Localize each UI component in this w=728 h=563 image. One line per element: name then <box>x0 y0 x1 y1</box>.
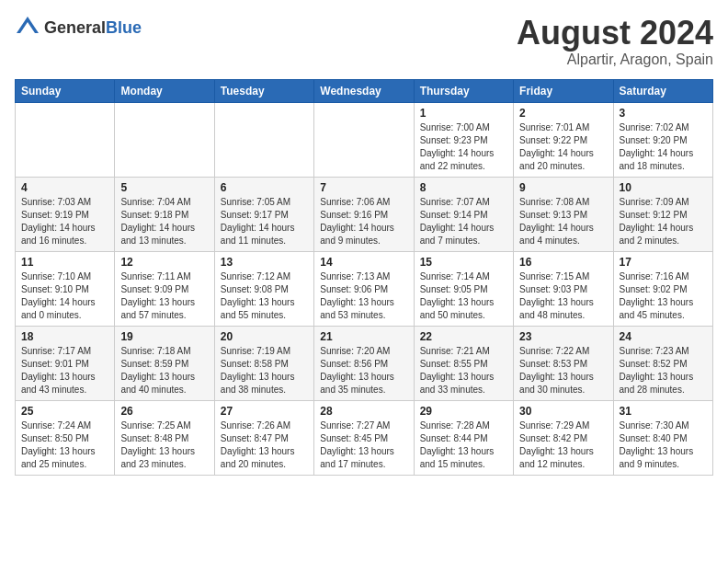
day-number: 19 <box>120 330 208 343</box>
calendar-week-1: 1Sunrise: 7:00 AM Sunset: 9:23 PM Daylig… <box>16 102 713 177</box>
weekday-header-friday: Friday <box>514 79 613 102</box>
day-info: Sunrise: 7:25 AM Sunset: 8:48 PM Dayligh… <box>120 419 208 471</box>
calendar-cell: 21Sunrise: 7:20 AM Sunset: 8:56 PM Dayli… <box>314 326 414 400</box>
calendar-cell: 16Sunrise: 7:15 AM Sunset: 9:03 PM Dayli… <box>514 251 613 326</box>
day-info: Sunrise: 7:01 AM Sunset: 9:22 PM Dayligh… <box>519 121 607 173</box>
calendar-cell: 13Sunrise: 7:12 AM Sunset: 9:08 PM Dayli… <box>214 251 313 326</box>
calendar-week-3: 11Sunrise: 7:10 AM Sunset: 9:10 PM Dayli… <box>16 251 713 326</box>
calendar-cell <box>16 102 115 177</box>
page-header: GeneralBlue August 2024 Alpartir, Aragon… <box>15 15 713 68</box>
calendar-cell: 25Sunrise: 7:24 AM Sunset: 8:50 PM Dayli… <box>16 400 115 475</box>
day-info: Sunrise: 7:06 AM Sunset: 9:16 PM Dayligh… <box>320 196 407 247</box>
calendar-cell: 31Sunrise: 7:30 AM Sunset: 8:40 PM Dayli… <box>613 400 712 475</box>
weekday-header-thursday: Thursday <box>414 79 513 102</box>
calendar-cell: 23Sunrise: 7:22 AM Sunset: 8:53 PM Dayli… <box>514 326 613 400</box>
day-info: Sunrise: 7:28 AM Sunset: 8:44 PM Dayligh… <box>420 419 507 471</box>
calendar-week-4: 18Sunrise: 7:17 AM Sunset: 9:01 PM Dayli… <box>16 326 713 400</box>
calendar-week-2: 4Sunrise: 7:03 AM Sunset: 9:19 PM Daylig… <box>16 177 713 251</box>
main-title: August 2024 <box>517 15 713 52</box>
calendar-cell: 11Sunrise: 7:10 AM Sunset: 9:10 PM Dayli… <box>16 251 115 326</box>
logo-icon <box>15 15 40 40</box>
day-info: Sunrise: 7:13 AM Sunset: 9:06 PM Dayligh… <box>320 270 407 322</box>
calendar-body: 1Sunrise: 7:00 AM Sunset: 9:23 PM Daylig… <box>16 102 713 475</box>
calendar-cell: 3Sunrise: 7:02 AM Sunset: 9:20 PM Daylig… <box>613 102 712 177</box>
day-number: 17 <box>620 256 707 269</box>
calendar-cell: 24Sunrise: 7:23 AM Sunset: 8:52 PM Dayli… <box>613 326 712 400</box>
day-info: Sunrise: 7:23 AM Sunset: 8:52 PM Dayligh… <box>620 345 707 396</box>
day-info: Sunrise: 7:11 AM Sunset: 9:09 PM Dayligh… <box>120 270 208 322</box>
calendar-cell: 1Sunrise: 7:00 AM Sunset: 9:23 PM Daylig… <box>414 102 513 177</box>
day-number: 28 <box>320 405 407 418</box>
day-info: Sunrise: 7:21 AM Sunset: 8:55 PM Dayligh… <box>420 345 507 396</box>
logo: GeneralBlue <box>15 15 142 40</box>
day-number: 13 <box>221 256 308 269</box>
calendar-cell <box>214 102 313 177</box>
day-info: Sunrise: 7:08 AM Sunset: 9:13 PM Dayligh… <box>519 196 607 247</box>
day-number: 4 <box>21 181 108 194</box>
calendar-cell: 12Sunrise: 7:11 AM Sunset: 9:09 PM Dayli… <box>115 251 214 326</box>
day-number: 31 <box>620 405 707 418</box>
day-info: Sunrise: 7:19 AM Sunset: 8:58 PM Dayligh… <box>221 345 308 396</box>
day-number: 8 <box>420 181 507 194</box>
calendar-cell: 22Sunrise: 7:21 AM Sunset: 8:55 PM Dayli… <box>414 326 513 400</box>
day-info: Sunrise: 7:07 AM Sunset: 9:14 PM Dayligh… <box>420 196 507 247</box>
day-number: 11 <box>21 256 108 269</box>
calendar-cell: 19Sunrise: 7:18 AM Sunset: 8:59 PM Dayli… <box>115 326 214 400</box>
day-info: Sunrise: 7:29 AM Sunset: 8:42 PM Dayligh… <box>519 419 607 471</box>
day-number: 5 <box>120 181 208 194</box>
day-number: 27 <box>221 405 308 418</box>
day-info: Sunrise: 7:17 AM Sunset: 9:01 PM Dayligh… <box>21 345 108 396</box>
title-block: August 2024 Alpartir, Aragon, Spain <box>517 15 713 68</box>
day-info: Sunrise: 7:27 AM Sunset: 8:45 PM Dayligh… <box>320 419 407 471</box>
calendar-cell: 7Sunrise: 7:06 AM Sunset: 9:16 PM Daylig… <box>314 177 414 251</box>
day-info: Sunrise: 7:14 AM Sunset: 9:05 PM Dayligh… <box>420 270 507 322</box>
day-number: 21 <box>320 330 407 343</box>
day-info: Sunrise: 7:22 AM Sunset: 8:53 PM Dayligh… <box>519 345 607 396</box>
weekday-header-sunday: Sunday <box>16 79 115 102</box>
weekday-header-saturday: Saturday <box>613 79 712 102</box>
calendar-cell <box>115 102 214 177</box>
day-number: 2 <box>519 107 607 120</box>
day-number: 24 <box>620 330 707 343</box>
calendar-cell: 27Sunrise: 7:26 AM Sunset: 8:47 PM Dayli… <box>214 400 313 475</box>
day-info: Sunrise: 7:26 AM Sunset: 8:47 PM Dayligh… <box>221 419 308 471</box>
logo-blue-text: Blue <box>106 18 142 37</box>
day-number: 18 <box>21 330 108 343</box>
day-info: Sunrise: 7:24 AM Sunset: 8:50 PM Dayligh… <box>21 419 108 471</box>
day-number: 26 <box>120 405 208 418</box>
day-number: 12 <box>120 256 208 269</box>
day-info: Sunrise: 7:30 AM Sunset: 8:40 PM Dayligh… <box>620 419 707 471</box>
day-info: Sunrise: 7:05 AM Sunset: 9:17 PM Dayligh… <box>221 196 308 247</box>
calendar-cell: 28Sunrise: 7:27 AM Sunset: 8:45 PM Dayli… <box>314 400 414 475</box>
day-info: Sunrise: 7:02 AM Sunset: 9:20 PM Dayligh… <box>620 121 707 173</box>
day-info: Sunrise: 7:12 AM Sunset: 9:08 PM Dayligh… <box>221 270 308 322</box>
calendar-cell: 17Sunrise: 7:16 AM Sunset: 9:02 PM Dayli… <box>613 251 712 326</box>
calendar-cell: 15Sunrise: 7:14 AM Sunset: 9:05 PM Dayli… <box>414 251 513 326</box>
day-info: Sunrise: 7:18 AM Sunset: 8:59 PM Dayligh… <box>120 345 208 396</box>
day-number: 30 <box>519 405 607 418</box>
day-number: 23 <box>519 330 607 343</box>
weekday-header-row: SundayMondayTuesdayWednesdayThursdayFrid… <box>16 79 713 102</box>
calendar-cell: 30Sunrise: 7:29 AM Sunset: 8:42 PM Dayli… <box>514 400 613 475</box>
calendar-cell: 6Sunrise: 7:05 AM Sunset: 9:17 PM Daylig… <box>214 177 313 251</box>
calendar-table: SundayMondayTuesdayWednesdayThursdayFrid… <box>15 79 713 476</box>
day-number: 25 <box>21 405 108 418</box>
day-number: 16 <box>519 256 607 269</box>
day-info: Sunrise: 7:10 AM Sunset: 9:10 PM Dayligh… <box>21 270 108 322</box>
calendar-cell: 4Sunrise: 7:03 AM Sunset: 9:19 PM Daylig… <box>16 177 115 251</box>
calendar-cell: 20Sunrise: 7:19 AM Sunset: 8:58 PM Dayli… <box>214 326 313 400</box>
calendar-cell: 9Sunrise: 7:08 AM Sunset: 9:13 PM Daylig… <box>514 177 613 251</box>
day-info: Sunrise: 7:04 AM Sunset: 9:18 PM Dayligh… <box>120 196 208 247</box>
weekday-header-tuesday: Tuesday <box>214 79 313 102</box>
day-number: 22 <box>420 330 507 343</box>
day-number: 14 <box>320 256 407 269</box>
day-info: Sunrise: 7:15 AM Sunset: 9:03 PM Dayligh… <box>519 270 607 322</box>
calendar-cell: 29Sunrise: 7:28 AM Sunset: 8:44 PM Dayli… <box>414 400 513 475</box>
day-number: 15 <box>420 256 507 269</box>
day-number: 6 <box>221 181 308 194</box>
day-info: Sunrise: 7:16 AM Sunset: 9:02 PM Dayligh… <box>620 270 707 322</box>
calendar-cell: 10Sunrise: 7:09 AM Sunset: 9:12 PM Dayli… <box>613 177 712 251</box>
calendar-cell: 8Sunrise: 7:07 AM Sunset: 9:14 PM Daylig… <box>414 177 513 251</box>
day-number: 10 <box>620 181 707 194</box>
day-info: Sunrise: 7:03 AM Sunset: 9:19 PM Dayligh… <box>21 196 108 247</box>
